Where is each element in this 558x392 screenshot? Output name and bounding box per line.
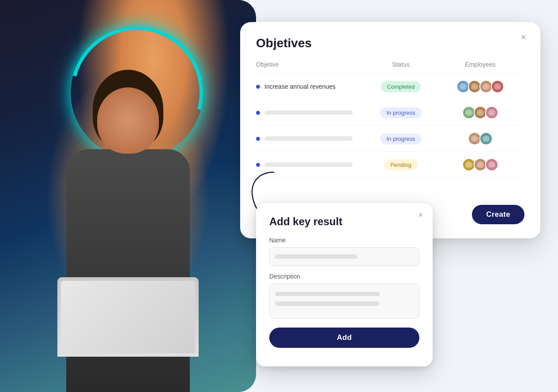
objectives-table: Objetive Status Employees Increase annua… bbox=[256, 61, 524, 178]
column-header-status: Status bbox=[366, 61, 436, 68]
column-header-objective: Objetive bbox=[256, 61, 366, 68]
objective-text-1: Increase annual revenues bbox=[264, 83, 336, 90]
description-label: Description bbox=[269, 273, 419, 280]
table-header: Objetive Status Employees bbox=[256, 61, 524, 74]
add-button[interactable]: Add bbox=[269, 328, 419, 348]
avatar bbox=[485, 106, 498, 119]
row-dot-2 bbox=[256, 111, 260, 115]
table-row: Increase annual revenues Completed bbox=[256, 74, 524, 100]
row-objective-1: Increase annual revenues bbox=[256, 83, 366, 90]
description-input-field[interactable] bbox=[269, 283, 419, 319]
person-figure bbox=[40, 48, 216, 392]
add-panel-close[interactable]: × bbox=[418, 211, 423, 219]
add-key-result-title: Add key result bbox=[269, 215, 419, 228]
avatar bbox=[491, 80, 504, 93]
row-placeholder-3 bbox=[264, 136, 353, 141]
row-dot-3 bbox=[256, 137, 260, 141]
row-status-1: Completed bbox=[366, 81, 436, 92]
laptop-screen bbox=[61, 281, 195, 353]
laptop bbox=[57, 277, 199, 357]
row-employees-4 bbox=[436, 158, 524, 171]
status-badge-inprogress-3: In progress bbox=[380, 133, 421, 144]
table-row: In progress bbox=[256, 126, 524, 152]
row-status-3: In progress bbox=[366, 133, 436, 144]
status-badge-inprogress-2: In progress bbox=[380, 107, 421, 118]
person-hair bbox=[93, 70, 163, 149]
row-objective-4 bbox=[256, 162, 366, 167]
row-placeholder-2 bbox=[264, 110, 353, 115]
row-dot-1 bbox=[256, 85, 260, 89]
avatar-group-4 bbox=[462, 158, 498, 171]
column-header-employees: Employees bbox=[436, 61, 524, 68]
background-photo bbox=[0, 0, 256, 392]
avatar-group-3 bbox=[468, 132, 493, 145]
table-row: In progress bbox=[256, 100, 524, 126]
row-employees-1 bbox=[436, 80, 524, 93]
row-objective-2 bbox=[256, 110, 366, 115]
status-badge-completed: Completed bbox=[381, 81, 421, 92]
objectives-panel-close[interactable]: × bbox=[517, 31, 530, 43]
row-dot-4 bbox=[256, 163, 260, 167]
row-placeholder-4 bbox=[264, 162, 353, 167]
row-status-2: In progress bbox=[366, 107, 436, 118]
add-key-result-panel: × Add key result Name Description Add bbox=[256, 203, 433, 366]
create-button[interactable]: Create bbox=[472, 205, 524, 224]
avatar bbox=[485, 158, 498, 171]
avatar-group-2 bbox=[462, 106, 498, 119]
row-status-4: Pending bbox=[366, 159, 436, 170]
avatar-group-1 bbox=[456, 80, 504, 93]
name-input-field[interactable] bbox=[269, 247, 419, 266]
avatar bbox=[479, 132, 493, 145]
status-badge-pending: Pending bbox=[384, 159, 418, 170]
row-objective-3 bbox=[256, 136, 366, 141]
row-employees-2 bbox=[436, 106, 524, 119]
objectives-panel-title: Objetives bbox=[256, 36, 524, 50]
row-employees-3 bbox=[436, 132, 524, 145]
name-label: Name bbox=[269, 237, 419, 244]
